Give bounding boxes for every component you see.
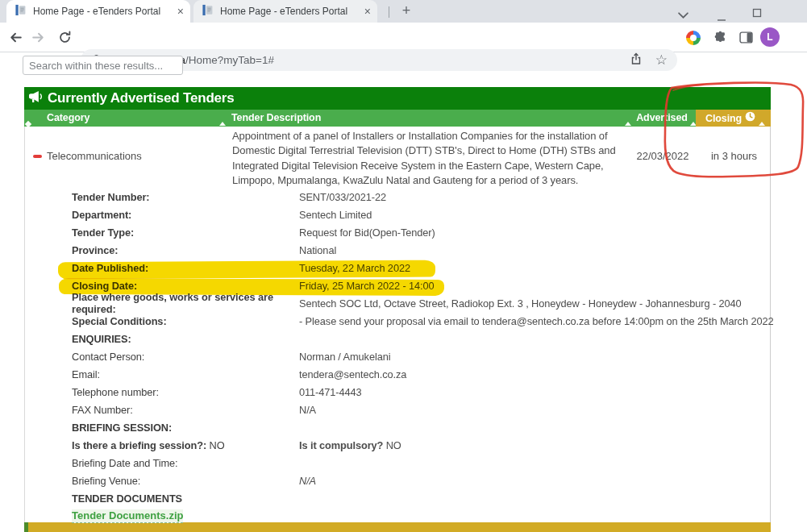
tab-etenders-2[interactable]: Home Page - eTenders Portal × (193, 0, 377, 23)
detail-value: tendera@sentech.co.za (299, 368, 406, 380)
detail-label: Province: (72, 244, 299, 256)
next-section-bar-accent (24, 522, 28, 532)
detail-label: Telephone number: (72, 386, 299, 398)
detail-row-department: Department: Sentech Limited (72, 206, 767, 223)
tender-documents-header: TENDER DOCUMENTS (72, 489, 767, 507)
detail-value: SENT/033/2021-22 (299, 191, 386, 203)
detail-value: Tuesday, 22 March 2022 (299, 262, 410, 274)
tender-description: Appointment of a panel of Installers or … (232, 129, 625, 189)
detail-value: N/A (299, 475, 316, 487)
detail-label: Tender Number: (72, 191, 299, 203)
detail-value: 011-471-4443 (299, 386, 362, 398)
maximize-window-icon[interactable] (752, 6, 762, 21)
detail-row-tender-type: Tender Type: Request for Bid(Open-Tender… (72, 223, 767, 241)
profile-avatar[interactable]: L (760, 27, 780, 47)
browser-toolbar: etenders.gov.za/Home?myTab=1# ☆ L (0, 23, 807, 52)
detail-value: Sentech Limited (299, 209, 372, 221)
detail-row-email: Email: tendera@sentech.co.za (72, 365, 767, 383)
etenders-favicon-icon (15, 4, 27, 19)
column-closing-cell[interactable]: Closing (696, 110, 771, 127)
tab-search-chevron-icon[interactable] (678, 7, 688, 22)
url-text[interactable]: etenders.gov.za/Home?myTab=1# (109, 54, 630, 66)
browser-window: Home Page - eTenders Portal × Home Page … (0, 0, 807, 532)
tender-documents-row: Tender Documents.zip (72, 507, 767, 525)
detail-row-tender-number: Tender Number: SENT/033/2021-22 (72, 188, 767, 206)
back-icon[interactable] (8, 30, 23, 48)
tender-row[interactable]: Telecommunications Appointment of a pane… (25, 127, 770, 188)
reload-icon[interactable] (57, 30, 73, 48)
detail-label: Email: (72, 368, 299, 380)
column-category[interactable]: Category (47, 110, 89, 127)
enquiries-section-header: ENQUIRIES: (72, 330, 767, 347)
extension-circle-icon[interactable] (686, 31, 701, 45)
detail-value: Friday, 25 March 2022 - 14:00 (299, 280, 435, 292)
detail-label: Department: (72, 209, 299, 221)
etenders-favicon-icon (202, 4, 214, 19)
detail-value: N/A (299, 404, 316, 416)
detail-label: Briefing Venue: (72, 475, 299, 487)
sort-asc-icon[interactable] (219, 122, 226, 126)
forward-icon[interactable] (31, 30, 46, 48)
side-panel-icon[interactable] (739, 31, 753, 47)
new-tab-button[interactable]: + (397, 2, 416, 21)
search-input[interactable] (23, 56, 183, 75)
tender-details: Tender Number: SENT/033/2021-22 Departme… (72, 188, 767, 525)
detail-row-place-required: Place where goods, works or services are… (72, 294, 767, 312)
table-title: Currently Advertised Tenders (48, 90, 235, 106)
briefing-q1-value: NO (210, 439, 225, 451)
detail-value: National (299, 244, 336, 256)
detail-label: Date Published: (72, 262, 299, 274)
clock-icon (745, 110, 755, 127)
tender-documents-link[interactable]: Tender Documents.zip (72, 509, 183, 523)
detail-row-province: Province: National (72, 241, 767, 259)
tenders-table: Currently Advertised Tenders Category Te… (24, 87, 771, 523)
detail-row-telephone: Telephone number: 011-471-4443 (72, 383, 767, 401)
table-title-bar: Currently Advertised Tenders (24, 87, 771, 110)
column-closing: Closing (705, 110, 755, 127)
column-advertised[interactable]: Advertised (628, 110, 696, 127)
briefing-q1-label: Is there a briefing session?: (72, 439, 206, 451)
detail-row-special-conditions: Special Conditions: - Please send your p… (72, 312, 767, 330)
tender-advertised-date: 22/03/2022 (629, 150, 697, 162)
tab-close-icon[interactable]: × (177, 6, 184, 17)
detail-row-briefing-datetime: Briefing Date and Time: (72, 454, 767, 472)
tender-closing-countdown: in 3 hours (697, 150, 772, 162)
detail-row-contact-person: Contact Person: Norman / Amukelani (72, 347, 767, 365)
extensions-puzzle-icon[interactable] (713, 31, 726, 48)
detail-row-date-published: Date Published: Tuesday, 22 March 2022 (72, 259, 767, 276)
tab-title: Home Page - eTenders Portal (220, 6, 360, 17)
detail-label: Contact Person: (72, 351, 299, 363)
tab-divider (389, 6, 389, 18)
briefing-q2-label: Is it compulsory? (299, 439, 383, 451)
detail-value: - Please send your proposal via email to… (299, 315, 773, 327)
detail-value: Norman / Amukelani (299, 351, 390, 363)
detail-label: Special Conditions: (72, 315, 299, 327)
briefing-q2-value: NO (386, 439, 401, 451)
url-path: /Home?myTab=1# (185, 54, 274, 66)
bookmark-star-icon[interactable]: ☆ (655, 53, 668, 67)
detail-value: Request for Bid(Open-Tender) (299, 227, 435, 239)
tab-strip: Home Page - eTenders Portal × Home Page … (0, 0, 807, 23)
detail-row-briefing-venue: Briefing Venue: N/A (72, 472, 767, 489)
detail-row-fax: FAX Number: N/A (72, 401, 767, 418)
share-icon[interactable] (630, 52, 643, 69)
column-description[interactable]: Tender Description (231, 110, 321, 127)
detail-label: Tender Type: (72, 227, 299, 239)
table-body: Telecommunications Appointment of a pane… (24, 127, 771, 523)
detail-label: Briefing Date and Time: (72, 457, 299, 469)
tab-title: Home Page - eTenders Portal (33, 6, 173, 17)
tab-etenders-1[interactable]: Home Page - eTenders Portal × (6, 0, 190, 23)
detail-value: Sentech SOC Ltd, Octave Street, Radiokop… (299, 297, 742, 310)
detail-row-briefing-questions: Is there a briefing session?: NO Is it c… (72, 436, 767, 454)
collapse-minus-icon[interactable] (33, 155, 42, 158)
megaphone-icon (29, 90, 44, 106)
tender-category: Telecommunications (47, 150, 142, 162)
detail-label: Closing Date: (72, 280, 299, 292)
sort-asc-icon[interactable] (759, 122, 765, 126)
tab-close-icon[interactable]: × (364, 6, 371, 17)
detail-label: FAX Number: (72, 404, 299, 416)
table-header-row: Category Tender Description Advertised C… (24, 110, 771, 127)
briefing-section-header: BRIEFING SESSION: (72, 418, 767, 436)
